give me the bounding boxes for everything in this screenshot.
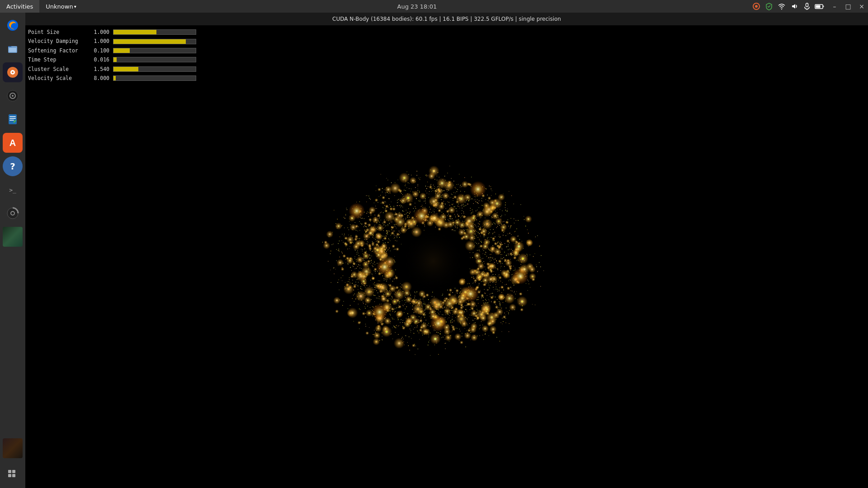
datetime-display: Aug 23 18:01 [397, 3, 437, 10]
main-content: Point Size1.000Velocity Damping1.000Soft… [25, 25, 868, 488]
control-row[interactable]: Point Size1.000 [28, 28, 196, 36]
svg-rect-3 [806, 3, 808, 7]
topbar-left: Activities Unknown ▾ [0, 0, 83, 13]
maximize-button[interactable]: □ [842, 0, 854, 13]
svg-point-1 [755, 5, 758, 8]
control-row[interactable]: Time Step0.016 [28, 56, 196, 64]
svg-rect-25 [12, 474, 15, 477]
close-button[interactable]: × [855, 0, 868, 13]
battery-icon[interactable] [815, 1, 825, 11]
control-row[interactable]: Softening Factor0.100 [28, 47, 196, 55]
control-label: Velocity Damping [28, 37, 87, 45]
sim-controls: Point Size1.000Velocity Damping1.000Soft… [28, 28, 196, 83]
svg-point-12 [12, 71, 14, 73]
wifi-icon[interactable] [777, 1, 787, 11]
control-bar-fill [113, 76, 116, 80]
control-bar-fill [113, 39, 186, 44]
sidebar-item-writer[interactable] [3, 109, 23, 129]
window-controls: – □ × [828, 0, 868, 13]
control-bar[interactable] [113, 39, 196, 44]
activities-button[interactable]: Activities [0, 0, 39, 13]
control-value: 1.000 [90, 37, 109, 45]
control-label: Cluster Scale [28, 65, 87, 73]
control-bar-fill [113, 67, 138, 71]
control-bar[interactable] [113, 48, 196, 53]
control-label: Point Size [28, 28, 87, 36]
svg-point-15 [12, 95, 14, 97]
app-title: CUDA N-Body (16384 bodies): 60.1 fps | 1… [332, 16, 561, 22]
sidebar-item-help[interactable]: ? [3, 156, 23, 176]
user-label: Unknown [46, 3, 73, 10]
svg-rect-19 [9, 120, 14, 121]
svg-rect-23 [12, 470, 15, 473]
svg-rect-24 [8, 474, 11, 477]
volume-icon[interactable] [789, 1, 799, 11]
sidebar-item-rhythmbox[interactable] [3, 62, 23, 82]
svg-rect-22 [8, 470, 11, 473]
galaxy-visualization [25, 25, 868, 488]
svg-rect-18 [9, 118, 16, 119]
security-icon[interactable] [764, 1, 774, 11]
sidebar-item-settings[interactable] [3, 203, 23, 223]
sidebar-item-firefox[interactable] [3, 15, 23, 35]
microphone-icon[interactable] [802, 1, 812, 11]
control-value: 1.540 [90, 65, 109, 73]
nbody-canvas [243, 99, 650, 415]
svg-point-2 [781, 9, 782, 10]
control-bar[interactable] [113, 66, 196, 72]
topbar-right [751, 1, 828, 11]
sidebar-item-wallpaper[interactable] [3, 227, 23, 247]
appstore-label: A [9, 138, 16, 148]
help-label: ? [10, 161, 15, 172]
minimize-button[interactable]: – [828, 0, 841, 13]
sidebar-item-terminal[interactable]: >_ [3, 180, 23, 200]
control-label: Softening Factor [28, 47, 87, 55]
sidebar-item-files[interactable] [3, 39, 23, 59]
svg-rect-16 [9, 114, 17, 124]
control-bar[interactable] [113, 75, 196, 81]
control-value: 1.000 [90, 28, 109, 36]
sidebar-item-appgrid[interactable] [3, 465, 23, 484]
control-bar-fill [113, 48, 130, 53]
control-row[interactable]: Velocity Damping1.000 [28, 37, 196, 45]
control-row[interactable]: Cluster Scale1.540 [28, 65, 196, 73]
vpn-icon[interactable] [751, 1, 761, 11]
sidebar-item-obs[interactable] [3, 86, 23, 106]
topbar-center: Aug 23 18:01 [83, 3, 751, 10]
sidebar-item-appstore[interactable]: A [3, 133, 23, 153]
control-bar-fill [113, 30, 156, 34]
control-bar[interactable] [113, 57, 196, 62]
topbar: Activities Unknown ▾ Aug 23 18:01 [0, 0, 868, 13]
sidebar-item-wallpaper2[interactable] [3, 438, 23, 458]
user-menu-button[interactable]: Unknown ▾ [39, 0, 82, 13]
control-value: 0.100 [90, 47, 109, 55]
dropdown-arrow-icon: ▾ [74, 4, 76, 9]
terminal-label: >_ [9, 187, 16, 193]
control-bar-fill [113, 57, 117, 62]
sidebar-dock: A ? >_ [0, 0, 25, 488]
control-bar[interactable] [113, 29, 196, 35]
app-titlebar: CUDA N-Body (16384 bodies): 60.1 fps | 1… [25, 13, 868, 25]
svg-rect-17 [9, 116, 16, 117]
svg-rect-9 [9, 48, 16, 52]
svg-rect-6 [816, 5, 821, 8]
control-value: 0.016 [90, 56, 109, 64]
control-row[interactable]: Velocity Scale8.000 [28, 74, 196, 82]
control-label: Velocity Scale [28, 74, 87, 82]
control-value: 8.000 [90, 74, 109, 82]
control-label: Time Step [28, 56, 87, 64]
